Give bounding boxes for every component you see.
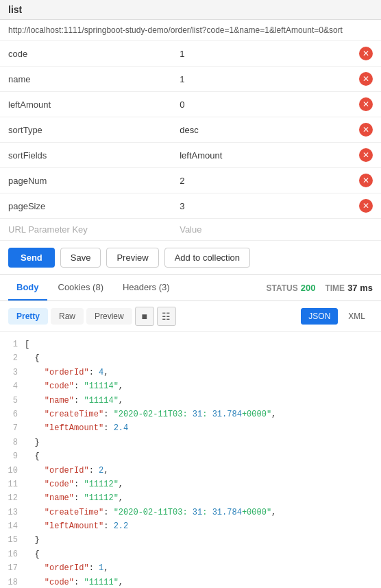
status-label: STATUS [267, 283, 298, 293]
res-tab-preview[interactable]: Preview [86, 308, 132, 325]
code-line: 16 { [0, 548, 381, 561]
line-number: 18 [0, 576, 25, 588]
param-key: code [0, 41, 171, 67]
line-number: 2 [0, 351, 25, 365]
line-content: { [25, 351, 381, 365]
param-row: sortType desc ✕ [0, 117, 381, 143]
line-number: 16 [0, 548, 25, 561]
param-value: desc [171, 117, 351, 143]
param-row: leftAmount 0 ✕ [0, 92, 381, 117]
delete-param-icon[interactable]: ✕ [359, 174, 373, 187]
param-key: pageNum [0, 168, 171, 193]
line-content: "orderId": 1, [25, 561, 381, 575]
res-tab-pretty[interactable]: Pretty [8, 308, 48, 325]
param-value: 3 [171, 193, 351, 219]
param-row: name 1 ✕ [0, 67, 381, 92]
param-row: code 1 ✕ [0, 41, 381, 67]
line-content: "orderId": 4, [25, 366, 381, 379]
code-area: 1[2 {3 "orderId": 4,4 "code": "11114",5 … [0, 332, 381, 588]
new-param-row: URL Parameter Key Value [0, 219, 381, 241]
line-number: 10 [0, 464, 25, 478]
param-value: 1 [171, 67, 351, 92]
param-row: sortFields leftAmount ✕ [0, 143, 381, 168]
line-content: "orderId": 2, [25, 464, 381, 478]
delete-param-icon[interactable]: ✕ [359, 47, 373, 60]
line-content: { [25, 548, 381, 561]
code-line: 12 "name": "11112", [0, 491, 381, 505]
status-value: 200 [301, 283, 316, 293]
filter-icon[interactable]: ☷ [157, 307, 176, 326]
delete-param-icon[interactable]: ✕ [359, 199, 373, 213]
line-number: 8 [0, 436, 25, 449]
line-content: "leftAmount": 2.4 [25, 421, 381, 435]
param-key: sortType [0, 117, 171, 143]
param-delete-cell: ✕ [351, 67, 381, 92]
param-key: leftAmount [0, 92, 171, 117]
preview-button[interactable]: Preview [106, 248, 158, 268]
line-number: 12 [0, 491, 25, 505]
param-value: 1 [171, 41, 351, 67]
line-number: 3 [0, 366, 25, 379]
tabs-row: Body Cookies (8) Headers (3) STATUS 200 … [0, 275, 381, 301]
param-row: pageNum 2 ✕ [0, 168, 381, 193]
send-button[interactable]: Send [8, 248, 55, 268]
line-number: 14 [0, 519, 25, 533]
line-content: "code": "11114", [25, 379, 381, 393]
line-number: 4 [0, 379, 25, 393]
tab-body[interactable]: Body [8, 275, 47, 301]
line-content: "name": "11114", [25, 394, 381, 408]
param-delete-cell: ✕ [351, 143, 381, 168]
delete-param-icon[interactable]: ✕ [359, 97, 373, 111]
line-content: "name": "11112", [25, 491, 381, 505]
save-button[interactable]: Save [60, 248, 101, 268]
param-delete-cell: ✕ [351, 168, 381, 193]
time-value: 37 ms [347, 283, 373, 293]
new-param-key[interactable]: URL Parameter Key [0, 219, 171, 241]
delete-param-icon[interactable]: ✕ [359, 72, 373, 86]
line-content: } [25, 533, 381, 547]
param-value: leftAmount [171, 143, 351, 168]
tab-cookies[interactable]: Cookies (8) [50, 275, 112, 301]
code-line: 7 "leftAmount": 2.4 [0, 421, 381, 435]
line-number: 9 [0, 449, 25, 463]
fmt-xml[interactable]: XML [341, 308, 373, 325]
line-content: "code": "11112", [25, 478, 381, 491]
code-line: 10 "orderId": 2, [0, 464, 381, 478]
code-line: 13 "createTime": "2020-02-11T03: 31: 31.… [0, 506, 381, 519]
response-toolbar: Pretty Raw Preview ■ ☷ JSON XML [0, 301, 381, 332]
line-number: 15 [0, 533, 25, 547]
code-line: 9 { [0, 449, 381, 463]
line-number: 5 [0, 394, 25, 408]
code-line: 3 "orderId": 4, [0, 366, 381, 379]
line-content: } [25, 436, 381, 449]
code-line: 2 { [0, 351, 381, 365]
line-content: "leftAmount": 2.2 [25, 519, 381, 533]
param-row: pageSize 3 ✕ [0, 193, 381, 219]
param-delete-cell: ✕ [351, 117, 381, 143]
code-line: 1[ [0, 338, 381, 351]
page-title: list [0, 0, 381, 20]
res-tab-raw[interactable]: Raw [51, 308, 84, 325]
line-content: "createTime": "2020-02-11T03: 31: 31.784… [25, 408, 381, 421]
fmt-json[interactable]: JSON [301, 308, 338, 325]
line-number: 17 [0, 561, 25, 575]
param-value: 2 [171, 168, 351, 193]
code-line: 6 "createTime": "2020-02-11T03: 31: 31.7… [0, 408, 381, 421]
new-param-value[interactable]: Value [171, 219, 360, 241]
time-label: TIME [325, 283, 345, 293]
wrap-icon[interactable]: ■ [135, 307, 154, 326]
line-content: [ [25, 338, 381, 351]
code-line: 11 "code": "11112", [0, 478, 381, 491]
delete-param-icon[interactable]: ✕ [359, 123, 373, 137]
code-line: 4 "code": "11114", [0, 379, 381, 393]
line-number: 7 [0, 421, 25, 435]
param-key: pageSize [0, 193, 171, 219]
delete-param-icon[interactable]: ✕ [359, 148, 373, 162]
add-collection-button[interactable]: Add to collection [164, 248, 250, 268]
toolbar: Send Save Preview Add to collection [0, 241, 381, 275]
tab-headers[interactable]: Headers (3) [114, 275, 178, 301]
line-content: "code": "11111", [25, 576, 381, 588]
status-block: STATUS 200 TIME 37 ms [267, 283, 373, 293]
line-content: { [25, 449, 381, 463]
code-line: 18 "code": "11111", [0, 576, 381, 588]
